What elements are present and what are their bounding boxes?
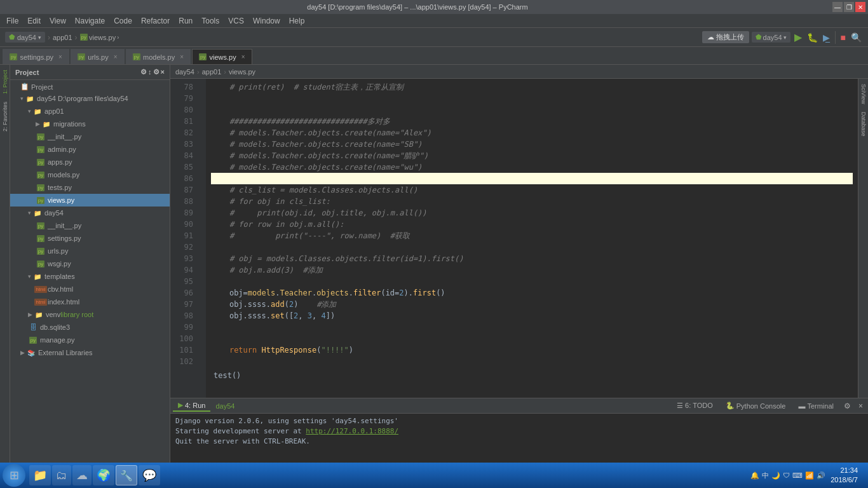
window-controls: — ❐ ✕	[832, 2, 865, 12]
tab-models-close-icon[interactable]: ×	[180, 53, 184, 60]
tree-item-index-html[interactable]: html index.html	[10, 295, 170, 308]
menu-navigate[interactable]: Navigate	[71, 15, 109, 27]
tree-item-external-libs[interactable]: ▶ 📚 External Libraries	[10, 346, 170, 359]
tab-views-py[interactable]: py views.py ×	[192, 49, 252, 64]
breadcrumb-app01[interactable]: app01	[202, 68, 222, 76]
tree-item-manage-py[interactable]: py manage.py	[10, 334, 170, 346]
run-button[interactable]: ▶	[793, 31, 803, 43]
dev-server-link[interactable]: http://127.0.0.1:8888/	[306, 427, 398, 435]
run-tab-icon: ▶	[178, 401, 183, 409]
tree-item-app01[interactable]: ▾ 📁 app01	[10, 105, 170, 118]
menu-view[interactable]: View	[46, 15, 70, 27]
run-output-line1: Django version 2.0.6, using settings 'da…	[175, 416, 863, 426]
taskbar-chrome-btn[interactable]: 🌍	[93, 465, 114, 485]
tray-volume-icon[interactable]: 🔊	[817, 471, 825, 480]
bottom-panel-close-icon[interactable]: ×	[856, 400, 865, 412]
menu-edit[interactable]: Edit	[24, 15, 44, 27]
menu-code[interactable]: Code	[110, 15, 136, 27]
tray-network-icon[interactable]: 📶	[805, 471, 814, 480]
tab-settings-close-icon[interactable]: ×	[58, 53, 62, 60]
breadcrumb-day54[interactable]: day54	[175, 68, 194, 76]
project-settings-icon[interactable]: ⚙	[140, 68, 147, 76]
taskbar-folder-btn[interactable]: 🗂	[52, 465, 71, 485]
code-line-90: # for row in obj.m.all():	[211, 219, 853, 230]
tree-item-project[interactable]: 📋 Project	[10, 81, 170, 92]
bottom-tab-terminal[interactable]: ▬ Terminal	[793, 401, 839, 411]
right-gutter-tab-sciview[interactable]: SciView	[860, 81, 867, 107]
tree-item-admin-py[interactable]: py admin.py	[10, 143, 170, 156]
toolbar: ⬟ day54 ▾ › app01 › py views.py › ☁ 拖拽上传…	[0, 28, 868, 47]
title-text: day54 [D:\program files\day54] – ...\app…	[3, 3, 832, 11]
project-expand-icon[interactable]: ↕	[148, 68, 152, 76]
stop-button[interactable]: ■	[839, 32, 847, 43]
minimize-button[interactable]: —	[832, 2, 843, 12]
tree-item-templates[interactable]: ▾ 📁 templates	[10, 270, 170, 283]
tray-shield-icon[interactable]: 🛡	[783, 471, 790, 479]
start-button[interactable]: ⊞	[3, 464, 25, 487]
tray-notification-icon[interactable]: 🔔	[750, 471, 759, 480]
left-gutter-tab-project[interactable]: 1: Project	[1, 67, 9, 97]
left-gutter-tab-favorites[interactable]: 2: Favorites	[1, 99, 9, 134]
tree-item-wsgi-py[interactable]: py wsgi.py	[10, 257, 170, 270]
taskbar-pycharm-btn[interactable]: 🔧	[116, 465, 137, 485]
toolbar-project[interactable]: ⬟ day54 ▾	[5, 32, 45, 43]
menu-file[interactable]: File	[3, 15, 22, 27]
bottom-tab-todo[interactable]: ☰ 6: TODO	[672, 400, 718, 411]
menu-tools[interactable]: Tools	[198, 15, 223, 27]
tree-item-models-py[interactable]: py models.py	[10, 168, 170, 181]
tree-item-tests-py[interactable]: py tests.py	[10, 181, 170, 194]
tree-item-apps-py[interactable]: py apps.py	[10, 156, 170, 168]
menu-run[interactable]: Run	[175, 15, 196, 27]
py-icon-views: py	[36, 195, 46, 205]
tree-item-day54-root[interactable]: ▾ 📁 day54 D:\program files\day54	[10, 92, 170, 105]
taskbar-cloud-btn[interactable]: ☁	[72, 465, 92, 485]
tab-models-py[interactable]: py models.py ×	[126, 49, 191, 64]
tree-item-venv[interactable]: ▶ 📁 venv library root	[10, 308, 170, 321]
debug-button[interactable]: 🐛	[806, 32, 819, 43]
project-close-icon[interactable]: ×	[161, 68, 165, 76]
tree-item-app01-init[interactable]: py __init__.py	[10, 130, 170, 143]
tree-item-migrations[interactable]: ▶ 📁 migrations	[10, 118, 170, 130]
tab-settings-py[interactable]: py settings.py ×	[3, 49, 69, 64]
upload-button[interactable]: ☁ 拖拽上传	[702, 31, 749, 43]
tree-item-settings-py[interactable]: py settings.py	[10, 232, 170, 245]
tree-item-cbv-html[interactable]: html cbv.html	[10, 283, 170, 295]
main-area: 1: Project 2: Favorites Project ⚙ ↕ ⚙ × …	[0, 65, 868, 474]
tab-views-close-icon[interactable]: ×	[241, 53, 245, 60]
project-panel-actions: ⚙ ↕ ⚙ ×	[140, 68, 165, 76]
code-line-99	[211, 322, 853, 333]
breadcrumb-views-py[interactable]: views.py	[229, 68, 255, 76]
tab-urls-py[interactable]: py urls.py ×	[71, 49, 125, 64]
py-icon-models: py	[36, 170, 46, 180]
run-with-coverage-button[interactable]: ▶̲	[822, 32, 831, 43]
tray-moon-icon[interactable]: 🌙	[771, 471, 780, 480]
code-content[interactable]: # print(ret) # student宿主表，正常从宣制 ########…	[206, 79, 858, 398]
taskbar-explorer-btn[interactable]: 📁	[29, 465, 51, 485]
tree-item-day54-sub[interactable]: ▾ 📁 day54	[10, 207, 170, 219]
bottom-panel-settings-icon[interactable]: ⚙	[841, 400, 853, 412]
tray-chinese-input-icon[interactable]: 中	[762, 471, 769, 480]
tree-item-day54-init[interactable]: py __init__.py	[10, 219, 170, 232]
code-line-97: obj.ssss.add(2) #添加	[211, 299, 853, 310]
code-line-78: # print(ret) # student宿主表，正常从宣制	[211, 81, 853, 93]
tray-keyboard-icon[interactable]: ⌨	[792, 471, 803, 480]
code-editor[interactable]: 78 79 80 81 82 83 84 85 86 87 88 89 90 9…	[170, 79, 858, 398]
tree-item-urls-py[interactable]: py urls.py	[10, 245, 170, 257]
menu-help[interactable]: Help	[285, 15, 309, 27]
right-gutter-tab-database[interactable]: Database	[860, 109, 867, 139]
tree-item-db-sqlite3[interactable]: 🗄 db.sqlite3	[10, 321, 170, 334]
menu-window[interactable]: Window	[249, 15, 284, 27]
menu-vcs[interactable]: VCS	[224, 15, 248, 27]
bottom-tab-run[interactable]: ▶ 4: Run	[173, 400, 210, 412]
bottom-tab-python-console[interactable]: 🐍 Python Console	[721, 400, 791, 411]
menu-refactor[interactable]: Refactor	[137, 15, 173, 27]
maximize-button[interactable]: ❐	[844, 2, 854, 12]
taskbar-wechat-btn[interactable]: 💬	[139, 465, 160, 485]
current-project-btn[interactable]: ⬟ day54 ▾	[752, 32, 790, 43]
close-button[interactable]: ✕	[855, 2, 865, 12]
search-everywhere-button[interactable]: 🔍	[850, 32, 863, 43]
chevron-views-icon: ›	[117, 34, 119, 41]
project-gear-icon[interactable]: ⚙	[153, 68, 159, 76]
tab-urls-close-icon[interactable]: ×	[114, 53, 118, 60]
tree-item-views-py[interactable]: py views.py	[10, 194, 170, 207]
